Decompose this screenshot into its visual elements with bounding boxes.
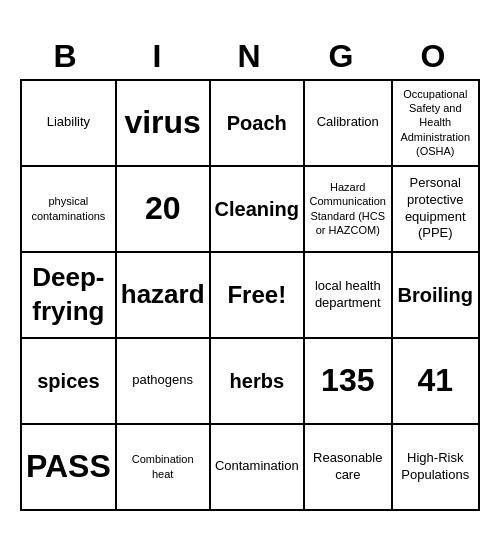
cell-r4-c1[interactable]: Combination heat [117,425,211,511]
cell-r0-c4[interactable]: Occupational Safety and Health Administr… [393,81,480,167]
cell-r4-c4[interactable]: High-Risk Populations [393,425,480,511]
header-b: B [20,34,112,79]
cell-r0-c1[interactable]: virus [117,81,211,167]
cell-r0-c3[interactable]: Calibration [305,81,392,167]
cell-r1-c2[interactable]: Cleaning [211,167,305,253]
bingo-card: B I N G O LiabilityvirusPoachCalibration… [20,34,480,511]
cell-r3-c4[interactable]: 41 [393,339,480,425]
cell-r2-c0[interactable]: Deep-frying [22,253,117,339]
cell-r2-c4[interactable]: Broiling [393,253,480,339]
cell-r3-c3[interactable]: 135 [305,339,392,425]
cell-r3-c0[interactable]: spices [22,339,117,425]
cell-r4-c0[interactable]: PASS [22,425,117,511]
bingo-header: B I N G O [20,34,480,79]
cell-r2-c2[interactable]: Free! [211,253,305,339]
cell-r3-c1[interactable]: pathogens [117,339,211,425]
header-o: O [388,34,480,79]
cell-r1-c3[interactable]: Hazard Communication Standard (HCS or HA… [305,167,392,253]
header-i: I [112,34,204,79]
cell-r1-c1[interactable]: 20 [117,167,211,253]
cell-r2-c1[interactable]: hazard [117,253,211,339]
bingo-grid: LiabilityvirusPoachCalibrationOccupation… [20,79,480,511]
cell-r4-c2[interactable]: Contamination [211,425,305,511]
cell-r0-c0[interactable]: Liability [22,81,117,167]
cell-r3-c2[interactable]: herbs [211,339,305,425]
cell-r2-c3[interactable]: local health department [305,253,392,339]
cell-r1-c0[interactable]: physical contaminations [22,167,117,253]
header-n: N [204,34,296,79]
cell-r0-c2[interactable]: Poach [211,81,305,167]
cell-r1-c4[interactable]: Personal protective equipment (PPE) [393,167,480,253]
header-g: G [296,34,388,79]
cell-r4-c3[interactable]: Reasonable care [305,425,392,511]
